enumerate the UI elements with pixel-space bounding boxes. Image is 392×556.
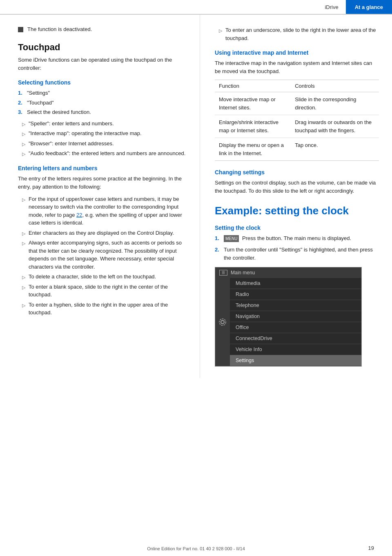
list-item: ▷ To enter an underscore, slide to the r… bbox=[219, 26, 379, 42]
menu-item-navigation[interactable]: Navigation bbox=[230, 311, 361, 322]
arrow-icon: ▷ bbox=[22, 131, 25, 138]
list-item: ▷ "Audio feedback": the entered letters … bbox=[22, 149, 187, 158]
entering-letters-heading: Entering letters and numbers bbox=[18, 165, 187, 171]
underscore-note: ▷ To enter an underscore, slide to the r… bbox=[215, 26, 379, 42]
interactive-map-section: Using interactive map and Internet The i… bbox=[215, 49, 379, 161]
left-column: The function is deactivated. Touchpad So… bbox=[0, 15, 200, 378]
touchpad-title: Touchpad bbox=[18, 42, 187, 53]
footer: Online Edition for Part no. 01 40 2 928 … bbox=[0, 546, 392, 551]
list-item: 3. Select the desired function. bbox=[18, 108, 187, 116]
idrive-tab[interactable]: iDrive bbox=[317, 0, 345, 14]
menu-screenshot: ☰ Main menu Multimedia bbox=[215, 267, 362, 367]
list-item: ▷ To enter a hyphen, slide to the right … bbox=[22, 301, 187, 317]
arrow-icon: ▷ bbox=[22, 302, 25, 317]
menu-item-settings[interactable]: Settings bbox=[230, 355, 361, 366]
list-item: ▷ Enter characters as they are displayed… bbox=[22, 229, 187, 237]
right-column: ▷ To enter an underscore, slide to the r… bbox=[200, 15, 392, 378]
square-bullet-icon bbox=[18, 27, 23, 32]
selecting-functions-list: 1. "Settings" 2. "Touchpad" 3. Select th… bbox=[18, 89, 187, 116]
ataglance-tab[interactable]: At a glance bbox=[346, 0, 392, 14]
table-col-controls: Controls bbox=[291, 80, 379, 92]
selecting-functions-section: Selecting functions 1. "Settings" 2. "To… bbox=[18, 79, 187, 158]
svg-point-1 bbox=[219, 319, 226, 325]
arrow-icon: ▷ bbox=[22, 230, 25, 237]
table-col-function: Function bbox=[215, 80, 291, 92]
list-item: ▷ "Interactive map": operating the inter… bbox=[22, 129, 187, 138]
arrow-icon: ▷ bbox=[219, 27, 222, 42]
list-item: ▷ To enter a blank space, slide to the r… bbox=[22, 283, 187, 299]
changing-settings-heading: Changing settings bbox=[215, 169, 379, 176]
arrow-icon: ▷ bbox=[22, 284, 25, 299]
menu-item-radio[interactable]: Radio bbox=[230, 289, 361, 300]
changing-settings-text: Settings on the control display, such as… bbox=[215, 179, 379, 195]
arrow-icon: ▷ bbox=[22, 121, 25, 128]
arrow-icon: ▷ bbox=[22, 196, 25, 227]
setting-clock-heading: Setting the clock bbox=[215, 225, 379, 231]
deactivated-note: The function is deactivated. bbox=[18, 26, 187, 32]
footer-text: Online Edition for Part no. 01 40 2 928 … bbox=[147, 546, 245, 551]
page-number: 19 bbox=[368, 545, 374, 551]
list-item: ▷ "Speller": enter letters and numbers. bbox=[22, 120, 187, 128]
menu-item-office[interactable]: Office bbox=[230, 322, 361, 333]
main-content: The function is deactivated. Touchpad So… bbox=[0, 15, 392, 378]
menu-list: Multimedia Radio Telephone Navigation Of… bbox=[230, 278, 361, 366]
menu-gear-area bbox=[215, 278, 230, 366]
menu-header: ☰ Main menu bbox=[215, 267, 361, 278]
step-2: 2. Turn the controller until "Settings" … bbox=[215, 246, 379, 262]
entering-letters-section: Entering letters and numbers The entry o… bbox=[18, 165, 187, 317]
list-item: 1. "Settings" bbox=[18, 89, 187, 97]
menu-item-vehicleinfo[interactable]: Vehicle Info bbox=[230, 344, 361, 355]
interactive-map-table: Function Controls Move interactive map o… bbox=[215, 80, 379, 161]
arrow-icon: ▷ bbox=[22, 151, 25, 158]
menu-item-connecteddrive[interactable]: ConnectedDrive bbox=[230, 333, 361, 344]
list-item: ▷ To delete a character, slide to the le… bbox=[22, 273, 187, 281]
menu-badge: MENU bbox=[224, 235, 239, 242]
interactive-map-intro: The interactive map in the navigation sy… bbox=[215, 59, 379, 76]
selecting-functions-subitems: ▷ "Speller": enter letters and numbers. … bbox=[22, 120, 187, 158]
list-item: 2. "Touchpad" bbox=[18, 99, 187, 107]
menu-item-telephone[interactable]: Telephone bbox=[230, 300, 361, 311]
table-row: Move interactive map or Internet sites. … bbox=[215, 92, 379, 115]
arrow-icon: ▷ bbox=[22, 141, 25, 148]
svg-point-0 bbox=[221, 320, 224, 324]
step-1: 1. MENU Press the button. The main menu … bbox=[215, 234, 379, 242]
menu-item-multimedia[interactable]: Multimedia bbox=[230, 278, 361, 289]
arrow-icon: ▷ bbox=[22, 240, 25, 271]
menu-header-label: Main menu bbox=[231, 270, 255, 276]
touchpad-intro: Some iDrive functions can be operated us… bbox=[18, 56, 187, 72]
page-header: iDrive At a glance bbox=[0, 0, 392, 15]
changing-settings-section: Changing settings Settings on the contro… bbox=[215, 169, 379, 195]
list-item: ▷ "Browser": enter Internet addresses. bbox=[22, 140, 187, 148]
list-item: ▷ Always enter accompanying signs, such … bbox=[22, 239, 187, 271]
arrow-icon: ▷ bbox=[22, 274, 25, 281]
setting-clock-section: Setting the clock 1. MENU Press the butt… bbox=[215, 225, 379, 367]
example-title: Example: setting the clock bbox=[215, 205, 379, 217]
menu-list-icon: ☰ bbox=[219, 270, 227, 276]
interactive-map-heading: Using interactive map and Internet bbox=[215, 49, 379, 56]
menu-items-container: Multimedia Radio Telephone Navigation Of… bbox=[215, 278, 361, 366]
gear-icon bbox=[218, 318, 227, 327]
entering-letters-intro: The entry of the letters requires some p… bbox=[18, 175, 187, 191]
table-row: Enlarge/shrink interactive map or Intern… bbox=[215, 115, 379, 138]
list-item: ▷ For the input of upper/lower case lett… bbox=[22, 195, 187, 227]
table-row: Display the menu or open a link in the I… bbox=[215, 138, 379, 161]
selecting-functions-heading: Selecting functions bbox=[18, 79, 187, 86]
entering-letters-list: ▷ For the input of upper/lower case lett… bbox=[22, 195, 187, 317]
